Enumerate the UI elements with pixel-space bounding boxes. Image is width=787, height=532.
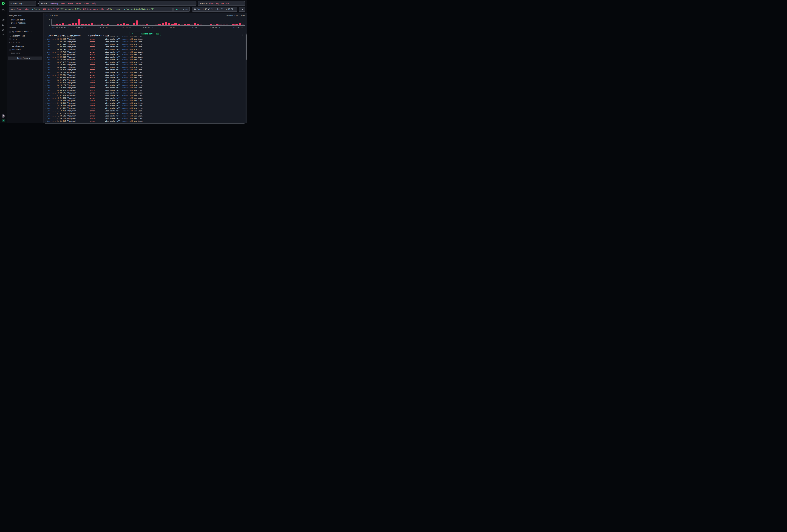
col-header-severitytext[interactable]: SeverityText <box>90 34 102 37</box>
log-row[interactable]: ›Jun 11 1:54:06.953 PMpaymenterrorVisa c… <box>44 76 246 79</box>
histogram-bar[interactable] <box>56 24 58 25</box>
histogram-bar[interactable] <box>197 24 199 25</box>
log-row[interactable]: ›Jun 11 1:56:03.248 PMpaymenterrorVisa c… <box>44 48 246 51</box>
log-row[interactable]: ›Jun 11 1:51:39.115 PMpaymenterrorVisa c… <box>44 118 246 120</box>
user-avatar[interactable]: U <box>2 119 5 122</box>
histogram-bar[interactable] <box>184 24 187 25</box>
col-header-servicename[interactable]: ServiceName <box>69 34 81 37</box>
hyperdx-logo[interactable] <box>2 2 5 5</box>
histogram-bar[interactable] <box>136 20 138 25</box>
histogram-bar[interactable] <box>165 22 167 25</box>
tab-results-table[interactable]: Results Table <box>9 18 43 21</box>
log-row[interactable]: ›Jun 11 1:51:43.121 PMpaymenterrorVisa c… <box>44 115 246 117</box>
filter-checkbox-info[interactable] <box>9 38 11 40</box>
where-query-input[interactable]: WHERE SeverityText = 'error' AND Body IL… <box>9 7 190 12</box>
filter-group-title[interactable]: ServiceName <box>12 45 24 47</box>
histogram-bar[interactable] <box>101 24 103 25</box>
histogram-bar[interactable] <box>235 24 238 25</box>
log-row[interactable]: ›Jun 11 1:54:52.241 PMpaymenterrorVisa c… <box>44 64 246 66</box>
filter-item-label[interactable]: checkout <box>12 49 21 51</box>
run-query-button[interactable] <box>239 7 245 12</box>
col-header-body[interactable]: Body <box>105 34 109 37</box>
histogram-bar[interactable] <box>107 24 109 25</box>
histogram-bar[interactable] <box>210 24 212 25</box>
histogram-bar[interactable] <box>232 24 235 25</box>
sql-toggle[interactable]: SQL <box>175 8 178 10</box>
log-row[interactable]: ›Jun 11 1:54:26.230 PMpaymenterrorVisa c… <box>44 71 246 74</box>
select-query-input[interactable]: SELECT Timestamp, ServiceName, SeverityT… <box>39 1 196 6</box>
histogram-bar[interactable] <box>123 23 125 25</box>
histogram-bar[interactable] <box>133 23 135 25</box>
histogram-bar[interactable] <box>174 23 177 25</box>
log-row[interactable]: ›Jun 11 1:55:07.827 PMpaymenterrorVisa c… <box>44 61 246 64</box>
dashboards-icon[interactable] <box>2 34 4 36</box>
log-row[interactable]: ›Jun 11 1:53:24.274 PMpaymenterrorVisa c… <box>44 84 246 87</box>
histogram-bar[interactable] <box>126 24 129 25</box>
histogram-bar[interactable] <box>75 23 77 25</box>
tab-event-patterns[interactable]: Event Patterns <box>9 21 43 25</box>
histogram-bar[interactable] <box>216 24 219 25</box>
log-row[interactable]: ›Jun 11 1:53:00.676 PMpaymenterrorVisa c… <box>44 92 246 94</box>
search-logs-icon[interactable] <box>2 18 4 21</box>
histogram-bar[interactable] <box>158 24 161 25</box>
histogram-bar[interactable] <box>178 24 180 25</box>
histogram-bar[interactable] <box>62 23 64 25</box>
order-by-input[interactable]: ORDER BY TimestampTime DESC <box>198 1 245 6</box>
histogram-bar[interactable] <box>162 23 164 25</box>
histogram-bar[interactable] <box>59 24 61 25</box>
histogram-bar[interactable] <box>116 24 119 25</box>
column-separator-icon[interactable] <box>88 35 89 35</box>
histogram-bar[interactable] <box>85 24 87 25</box>
log-row[interactable]: ›Jun 11 1:56:32.843 PMpaymenterrorVisa c… <box>44 43 246 46</box>
log-row[interactable]: ›Jun 11 1:56:38.534 PMpaymenterrorVisa c… <box>44 41 246 43</box>
histogram-bar[interactable] <box>194 23 196 25</box>
denoise-checkbox[interactable] <box>9 31 11 33</box>
log-row[interactable]: ›Jun 11 1:55:16.296 PMpaymenterrorVisa c… <box>44 58 246 61</box>
chart-explorer-icon[interactable] <box>2 24 4 26</box>
filter-item-label[interactable]: info <box>12 38 17 40</box>
log-row[interactable]: ›Jun 11 1:54:09.906 PMpaymenterrorVisa c… <box>44 74 246 76</box>
histogram-bar[interactable] <box>71 23 74 25</box>
log-row[interactable]: ›Jun 11 1:53:26.250 PMpaymenterrorVisa c… <box>44 82 246 84</box>
histogram-bar[interactable] <box>68 24 71 25</box>
histogram-bar[interactable] <box>88 24 90 25</box>
vertical-scrollbar-thumb[interactable] <box>246 34 247 60</box>
histogram-bar[interactable] <box>146 24 148 25</box>
log-row[interactable]: ›Jun 11 1:53:10.922 PMpaymenterrorVisa c… <box>44 87 246 89</box>
log-row[interactable]: ›Jun 11 1:52:30.469 PMpaymenterrorVisa c… <box>44 100 246 102</box>
horizontal-scrollbar[interactable] <box>0 123 247 124</box>
horizontal-scrollbar-thumb[interactable] <box>45 123 244 124</box>
histogram-bar[interactable] <box>81 24 84 25</box>
log-row[interactable]: ›Jun 11 1:53:05.578 PMpaymenterrorVisa c… <box>44 89 246 92</box>
panel-toggle-icon[interactable] <box>2 9 4 12</box>
lucene-toggle[interactable]: Lucene <box>182 8 188 10</box>
log-row[interactable]: ›Jun 11 1:53:41.873 PMpaymenterrorVisa c… <box>44 79 246 82</box>
log-row[interactable]: ›Jun 11 1:52:02.581 PMpaymenterrorVisa c… <box>44 107 246 109</box>
log-row[interactable]: ›Jun 11 1:56:42.995 PMpaymenterrorVisa c… <box>44 38 246 40</box>
resume-live-tail-button[interactable]: Resume Live Tail <box>130 31 161 36</box>
load-more-servicename[interactable]: Load more <box>9 52 43 54</box>
filter-group-title[interactable]: SeverityText <box>12 35 25 37</box>
histogram-bar[interactable] <box>187 24 190 25</box>
histogram-bar[interactable] <box>120 24 122 25</box>
log-row[interactable]: ›Jun 11 1:55:59.760 PMpaymenterrorVisa c… <box>44 51 246 54</box>
help-button[interactable]: ? <box>2 114 5 118</box>
log-row[interactable]: ›Jun 11 1:51:47.229 PMpaymenterrorVisa c… <box>44 112 246 115</box>
histogram-bar[interactable] <box>171 24 174 25</box>
filter-checkbox-checkout[interactable] <box>9 49 11 51</box>
histogram-bar[interactable] <box>168 23 170 25</box>
column-separator-icon[interactable] <box>103 35 104 35</box>
col-header-timestamp[interactable]: Timestamp (Local) <box>47 34 65 37</box>
histogram-bar[interactable] <box>91 23 93 25</box>
log-row[interactable]: ›Jun 11 1:55:39.324 PMpaymenterrorVisa c… <box>44 56 246 58</box>
source-settings-gear-icon[interactable] <box>37 2 39 4</box>
load-more-severitytext[interactable]: Load more <box>9 41 43 43</box>
column-separator-icon[interactable] <box>67 35 68 35</box>
source-select[interactable]: Demo Logs <box>9 1 36 6</box>
vertical-scrollbar[interactable] <box>246 33 247 123</box>
log-row[interactable]: ›Jun 11 1:51:31.415 PMpaymenterrorVisa c… <box>44 120 246 123</box>
more-filters-button[interactable]: More filters <box>8 57 42 60</box>
table-options-kebab-icon[interactable] <box>242 35 243 35</box>
histogram-bar[interactable] <box>78 19 81 25</box>
time-range-picker[interactable]: Jun 11 13:41:52 - Jun 11 13:56:52 <box>192 7 237 12</box>
